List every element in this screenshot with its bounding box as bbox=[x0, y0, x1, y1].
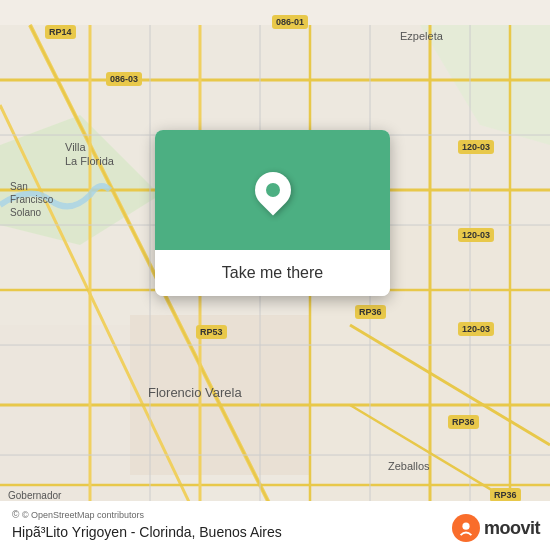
moovit-icon bbox=[452, 514, 480, 542]
attribution-text: © OpenStreetMap contributors bbox=[22, 510, 144, 520]
pin-icon bbox=[247, 165, 298, 216]
svg-rect-5 bbox=[0, 325, 130, 525]
card-map-preview bbox=[155, 130, 390, 250]
card-action: Take me there bbox=[155, 250, 390, 296]
bottom-bar: © © OpenStreetMap contributors Hipã³Lito… bbox=[0, 501, 550, 550]
copyright-symbol: © bbox=[12, 509, 19, 520]
moovit-logo: moovit bbox=[452, 514, 540, 542]
take-me-there-button[interactable]: Take me there bbox=[171, 264, 374, 282]
svg-point-30 bbox=[462, 523, 469, 530]
moovit-brand-text: moovit bbox=[484, 518, 540, 539]
svg-rect-4 bbox=[130, 315, 310, 475]
location-card: Take me there bbox=[155, 130, 390, 296]
map-container: Ezpeleta VillaLa Florida SanFranciscoSol… bbox=[0, 0, 550, 550]
